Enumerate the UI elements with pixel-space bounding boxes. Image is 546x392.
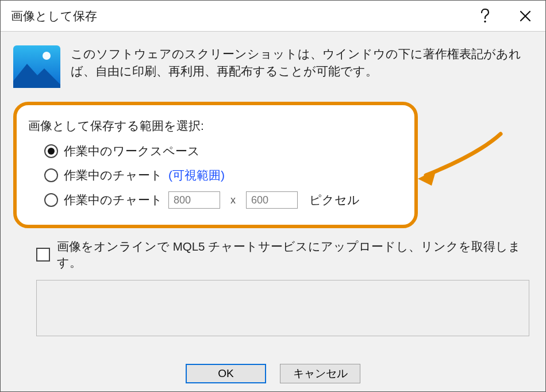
close-button[interactable] [505,1,545,32]
radio-label[interactable]: 作業中のチャート [64,192,163,208]
help-button[interactable] [465,1,505,32]
dialog-body: このソフトウェアのスクリーンショットは、ウインドウの下に著作権表記があれば、自由… [1,32,545,356]
upload-checkbox-row[interactable]: 画像をオンラインで MQL5 チャートサービスにアップロードし、リンクを取得しま… [36,239,533,271]
x-separator: x [226,194,240,206]
radio-icon [44,144,58,158]
svg-point-2 [43,52,51,60]
range-radio-group: 作業中のワークスペース 作業中のチャート(可視範囲) 作業中のチャート x ピク… [28,143,399,209]
radio-icon[interactable] [44,193,58,207]
radio-option-workspace[interactable]: 作業中のワークスペース [44,143,399,159]
svg-point-0 [484,20,486,22]
annotation-arrow [414,129,506,195]
radio-option-chart-size: 作業中のチャート x ピクセル [44,191,399,209]
photo-icon [13,45,60,90]
width-input[interactable] [168,191,220,209]
dialog-save-as-image: 画像として保存 [0,0,546,392]
dialog-title: 画像として保存 [11,8,465,24]
upload-label: 画像をオンラインで MQL5 チャートサービスにアップロードし、リンクを取得しま… [57,239,533,271]
pixels-label: ピクセル [303,192,360,208]
checkbox-icon [36,248,50,262]
radio-label-paren: (可視範囲) [168,167,225,183]
info-row: このソフトウェアのスクリーンショットは、ウインドウの下に著作権表記があれば、自由… [13,42,533,90]
close-icon [519,10,532,22]
radio-icon [44,168,58,182]
radio-label: 作業中のワークスペース [64,143,200,159]
ok-button[interactable]: OK [186,364,266,383]
radio-label-prefix: 作業中のチャート [64,167,163,183]
range-heading: 画像として保存する範囲を選択: [28,118,399,134]
dialog-footer: OK キャンセル [1,356,545,391]
info-text: このソフトウェアのスクリーンショットは、ウインドウの下に著作権表記があれば、自由… [71,42,533,79]
range-panel: 画像として保存する範囲を選択: 作業中のワークスペース 作業中のチャート(可視範… [13,102,418,228]
cancel-button[interactable]: キャンセル [280,364,360,383]
link-output-box [36,280,529,336]
height-input[interactable] [246,191,298,209]
help-icon [480,9,490,24]
titlebar: 画像として保存 [1,1,545,32]
radio-option-chart-visible[interactable]: 作業中のチャート(可視範囲) [44,167,399,183]
